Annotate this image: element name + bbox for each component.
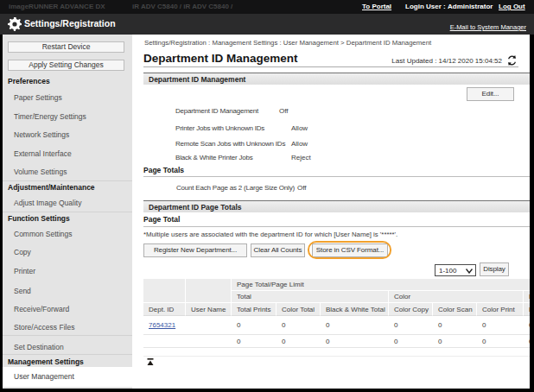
page-title: Department ID Management <box>143 52 298 65</box>
login-user-name: Administrator <box>448 0 493 14</box>
subsection-page-totals: Page Totals <box>143 166 184 174</box>
edit-button[interactable]: Edit... <box>467 87 514 101</box>
subsection-separator <box>143 226 530 227</box>
sidebar-item-volume-settings[interactable]: Volume Settings <box>14 168 67 176</box>
cell-value: 0 <box>321 335 389 348</box>
table-group-total: Total <box>232 291 389 303</box>
device-model-family: imageRUNNER ADVANCE DX <box>9 0 105 14</box>
section-header-department-id-page-totals: Department ID Page Totals <box>143 200 530 212</box>
sidebar-item-network-settings[interactable]: Network Settings <box>14 130 69 139</box>
app-bar: Settings/Registration E-Mail to System M… <box>0 14 534 35</box>
cell-value: 0 <box>321 316 389 335</box>
table-row: 7654321 0 0 0 0 0 0 0 <box>143 316 530 335</box>
table-header-blank <box>143 279 186 303</box>
cell-value: 0 <box>524 316 530 335</box>
breadcrumb: Settings/Registration : Management Setti… <box>144 39 431 47</box>
sidebar-item-external-interface[interactable]: External Interface <box>14 149 72 158</box>
table-end-separator <box>143 356 530 357</box>
table-group-black-white: Black & White <box>524 291 530 303</box>
table-col-color-print: Color Print <box>477 303 524 316</box>
restart-device-button[interactable]: Restart Device <box>8 41 124 53</box>
sidebar-item-store-access-files[interactable]: Store/Access Files <box>14 323 74 332</box>
table-col-black-white-total: Black & White Total <box>321 303 389 316</box>
table-col-dept-id: Dept. ID <box>143 303 186 316</box>
table-col-color-scan: Color Scan <box>433 303 477 316</box>
kv-label: Black & White Printer Jobs <box>175 154 253 161</box>
sidebar-item-send[interactable]: Send <box>14 287 31 295</box>
page-totals-table: Page Total/Page Limit Total Color Black … <box>143 279 530 350</box>
sidebar-item-adjust-image-quality[interactable]: Adjust Image Quality <box>14 199 81 207</box>
kv-value: Reject <box>291 154 311 161</box>
sidebar-item-timer-energy-settings[interactable]: Timer/Energy Settings <box>14 112 86 121</box>
kv-value: Allow <box>291 124 308 132</box>
sidebar-item-common-settings[interactable]: Common Settings <box>14 230 73 238</box>
cell-value: 0 <box>232 316 277 335</box>
cell-value: 0 <box>277 316 321 335</box>
table-row: 0 0 0 0 0 0 0 <box>143 335 530 348</box>
kv-label: Count Each Page as 2 (Large Size Only) <box>176 184 295 192</box>
cell-value: 0 <box>477 316 524 335</box>
sidebar-section-adjustment-maintenance: Adjustment/Maintenance <box>8 183 95 192</box>
table-header-blank <box>186 279 232 303</box>
clear-all-counts-button[interactable]: Clear All Counts <box>251 243 305 257</box>
sidebar-item-user-management-label: User Management <box>14 372 74 381</box>
login-user-label: Login User : <box>405 0 446 14</box>
gear-icon <box>8 17 22 31</box>
sidebar-divider <box>3 335 132 336</box>
sidebar-item-printer[interactable]: Printer <box>14 267 35 275</box>
table-group-page-total-page-limit: Page Total/Page Limit <box>232 279 530 291</box>
store-in-csv-format-button[interactable]: Store in CSV Format... <box>312 243 388 257</box>
main-content: Settings/Registration : Management Setti… <box>132 35 530 389</box>
device-name: iR ADV C5840 / iR ADV C5840 / <box>132 0 232 14</box>
kv-label: Remote Scan Jobs with Unknown IDs <box>175 140 285 148</box>
device-top-bar: imageRUNNER ADVANCE DX iR ADV C5840 / iR… <box>0 0 534 14</box>
apply-setting-changes-button[interactable]: Apply Setting Changes <box>8 60 124 71</box>
cell-value: 0 <box>232 335 277 348</box>
cell-value: 0 <box>477 335 524 348</box>
cell-value: 0 <box>524 335 530 348</box>
sidebar-section-management-settings: Management Settings <box>8 357 84 366</box>
cell-value: 0 <box>389 335 433 348</box>
sidebar-divider <box>3 180 132 181</box>
log-out-link[interactable]: Log Out <box>499 0 525 14</box>
cell-value: 0 <box>433 316 477 335</box>
sidebar-divider <box>3 212 132 212</box>
title-separator <box>143 66 518 67</box>
sidebar-item-set-destination[interactable]: Set Destination <box>14 343 64 351</box>
multiple-users-note: *Multiple users are associated with the … <box>143 231 397 238</box>
sidebar-item-receive-forward[interactable]: Receive/Forward <box>14 305 69 313</box>
kv-value: Off <box>279 107 289 115</box>
display-button[interactable]: Display <box>480 262 509 276</box>
kv-value: Off <box>297 184 307 192</box>
register-new-department-button[interactable]: Register New Department... <box>143 243 247 257</box>
last-updated: Last Updated : 14/12 2020 15:04:52 <box>391 55 518 66</box>
kv-value: Allow <box>291 140 308 148</box>
sidebar-section-function-settings: Function Settings <box>8 214 70 223</box>
sidebar-section-preferences: Preferences <box>8 77 50 85</box>
sidebar-item-user-management[interactable]: User Management <box>3 367 132 387</box>
table-col-color-total: Color Total <box>277 303 321 316</box>
sidebar-item-paper-settings[interactable]: Paper Settings <box>14 93 62 102</box>
cell-dept-id <box>143 335 186 348</box>
last-updated-text: Last Updated : 14/12 2020 15:04:52 <box>391 57 502 65</box>
cell-user-name <box>186 335 232 348</box>
cell-user-name <box>186 316 232 335</box>
dept-id-link[interactable]: 7654321 <box>149 321 175 329</box>
table-group-color: Color <box>389 291 524 303</box>
to-portal-link[interactable]: To Portal <box>362 0 391 14</box>
display-range-select[interactable]: 1-100 <box>435 264 476 276</box>
table-col-total-prints: Total Prints <box>232 303 277 316</box>
sidebar-divider <box>3 354 132 355</box>
display-range-value: 1-100 <box>439 267 456 275</box>
sidebar-item-copy[interactable]: Copy <box>14 248 31 256</box>
table-col-color-copy: Color Copy <box>389 303 433 316</box>
subsection-separator <box>143 176 530 177</box>
kv-label: Printer Jobs with Unknown IDs <box>175 124 264 132</box>
scroll-to-top-icon[interactable] <box>147 358 154 365</box>
kv-label: Department ID Management <box>175 107 258 115</box>
email-system-manager-link[interactable]: E-Mail to System Manager <box>450 23 526 31</box>
refresh-icon[interactable] <box>506 55 518 66</box>
table-col-black-white-copy: Black & White Copy <box>524 303 530 316</box>
subsection-page-total: Page Total <box>143 215 180 224</box>
cell-value: 0 <box>389 316 433 335</box>
